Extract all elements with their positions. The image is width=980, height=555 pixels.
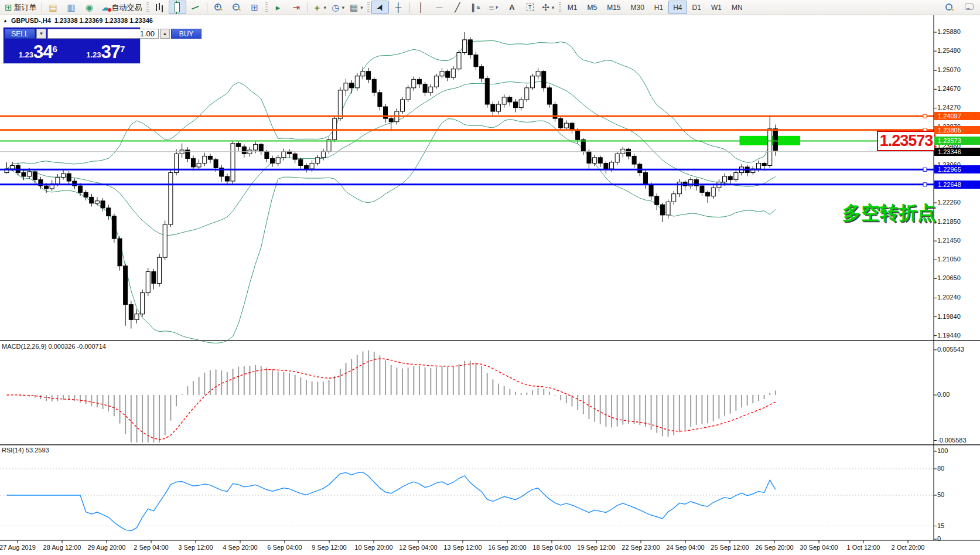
buy-price[interactable]: 1.23 37 7 bbox=[73, 40, 139, 62]
buy-button[interactable]: BUY bbox=[171, 29, 202, 39]
chart-overlays: ▲ GBPUSD-,H4 1.23338 1.23369 1.23338 1.2… bbox=[0, 15, 980, 555]
price-annotation-box[interactable]: 1.23573 bbox=[877, 131, 935, 151]
toolbar: ⊞ 新订单 ▤ ▥ ◉ ☁ 自动交易 + − ⊞ ▸ ⇥ ＋▾ ◷▾ ▦▾ ➤ … bbox=[0, 0, 980, 15]
cursor-button[interactable]: ➤ bbox=[371, 1, 389, 14]
auto-scroll-button[interactable]: ▸ bbox=[269, 1, 287, 14]
price-axis-label: 1.21450 bbox=[937, 237, 961, 244]
navigator-icon: ▥ bbox=[67, 3, 75, 12]
timeframe-h4[interactable]: H4 bbox=[668, 1, 687, 14]
chart-profiles-button[interactable]: ▤ bbox=[45, 1, 62, 14]
sell-price-prefix: 1.23 bbox=[19, 50, 33, 59]
timeframe-mn[interactable]: MN bbox=[727, 1, 747, 14]
price-axis-label: 1.25070 bbox=[937, 66, 961, 73]
tile-windows-button[interactable]: ⊞ bbox=[246, 1, 264, 14]
macd-axis-label: -0.005583 bbox=[937, 437, 967, 444]
search-button[interactable] bbox=[940, 1, 958, 14]
autotrading-label: 自动交易 bbox=[112, 2, 142, 13]
new-order-icon: ⊞ bbox=[5, 3, 12, 12]
time-axis-label: 10 Sep 20:00 bbox=[354, 544, 392, 551]
price-tag-1.22648[interactable]: 1.22648 bbox=[934, 181, 980, 189]
price-axis-label: 1.21850 bbox=[937, 218, 961, 225]
macd-axis-label: 0.005543 bbox=[937, 346, 964, 353]
text-label-button[interactable]: T bbox=[521, 1, 539, 14]
timeframe-d1[interactable]: D1 bbox=[688, 1, 706, 14]
sell-button[interactable]: SELL bbox=[5, 29, 35, 39]
buy-price-pip: 7 bbox=[120, 44, 125, 54]
equidistant-channel-button[interactable]: ∥E bbox=[467, 1, 484, 14]
chart-area[interactable]: ▲ GBPUSD-,H4 1.23338 1.23369 1.23338 1.2… bbox=[0, 15, 980, 555]
signals-icon: ◉ bbox=[86, 3, 93, 12]
timeframe-h1[interactable]: H1 bbox=[650, 1, 668, 14]
zoom-out-button[interactable]: − bbox=[228, 1, 245, 14]
vertical-line-button[interactable]: │ bbox=[412, 1, 430, 14]
navigator-button[interactable]: ▥ bbox=[63, 1, 80, 14]
fibo-f-label: F bbox=[496, 5, 498, 10]
bar-chart-button[interactable] bbox=[151, 1, 168, 14]
chat-button[interactable] bbox=[960, 1, 978, 14]
channel-e-label: E bbox=[477, 5, 480, 10]
price-tag-1.24097[interactable]: 1.24097 bbox=[934, 112, 980, 120]
timeframe-m30[interactable]: M30 bbox=[626, 1, 649, 14]
autotrading-icon: ☁ bbox=[101, 3, 110, 12]
cursor-icon: ➤ bbox=[374, 2, 385, 13]
text-button[interactable]: A bbox=[503, 1, 521, 14]
volume-decrease-button[interactable]: ▼ bbox=[36, 29, 46, 39]
autotrading-button[interactable]: ☁ 自动交易 bbox=[99, 1, 145, 14]
indicators-button[interactable]: ＋▾ bbox=[310, 1, 329, 14]
rsi-label: RSI(14) 53.2593 bbox=[2, 447, 49, 454]
price-axis-label: 1.19840 bbox=[937, 313, 961, 320]
fibonacci-button[interactable]: ≡F bbox=[485, 1, 503, 14]
chart-shift-icon: ⇥ bbox=[292, 3, 300, 12]
toolbar-grip bbox=[265, 2, 268, 13]
timeframe-bar: M1M5M15M30H1H4D1W1MN bbox=[563, 1, 747, 14]
templates-button[interactable]: ▦▾ bbox=[347, 1, 366, 14]
time-axis-label: 18 Sep 04:00 bbox=[532, 544, 571, 551]
timeframe-w1[interactable]: W1 bbox=[706, 1, 726, 14]
timeframe-m5[interactable]: M5 bbox=[583, 1, 602, 14]
crosshair-button[interactable]: ┼ bbox=[390, 1, 407, 14]
chart-shift-button[interactable]: ⇥ bbox=[288, 1, 305, 14]
zoom-in-icon: + bbox=[214, 4, 222, 11]
auto-scroll-icon: ▸ bbox=[276, 3, 281, 12]
volume-increase-button[interactable]: ▲ bbox=[160, 29, 170, 39]
chart-profiles-icon: ▤ bbox=[49, 3, 57, 12]
horizontal-line-button[interactable]: ─ bbox=[431, 1, 448, 14]
price-tag-1.23805[interactable]: 1.23805 bbox=[934, 126, 980, 134]
turning-point-annotation[interactable]: 多空转折点 bbox=[842, 200, 936, 226]
trendline-button[interactable]: ╱ bbox=[449, 1, 466, 14]
sell-price-big: 34 bbox=[33, 43, 52, 61]
time-axis-label: 27 Aug 2019 bbox=[0, 544, 36, 551]
price-axis-label: 1.21050 bbox=[937, 256, 961, 263]
separator bbox=[409, 2, 410, 13]
collapse-icon[interactable]: ▲ bbox=[3, 18, 8, 23]
candlestick-chart-button[interactable] bbox=[169, 1, 186, 14]
separator bbox=[42, 2, 42, 13]
periods-button[interactable]: ◷▾ bbox=[329, 1, 347, 14]
signals-button[interactable]: ◉ bbox=[81, 1, 98, 14]
price-tag-1.23573[interactable]: 1.23573 bbox=[934, 137, 980, 145]
one-click-trading-panel: SELL ▼ ▲ BUY 1.23 34 6 1.23 37 7 bbox=[4, 28, 140, 63]
arrows-button[interactable]: ✣▾ bbox=[539, 1, 557, 14]
zoom-in-button[interactable]: + bbox=[210, 1, 227, 14]
sell-price[interactable]: 1.23 34 6 bbox=[5, 40, 71, 62]
price-tag-1.22965[interactable]: 1.22965 bbox=[934, 165, 980, 173]
price-axis-label: 1.22260 bbox=[937, 199, 961, 206]
volume-input[interactable] bbox=[47, 29, 159, 39]
timeframe-m1[interactable]: M1 bbox=[563, 1, 582, 14]
price-tag-1.23346[interactable]: 1.23346 bbox=[934, 148, 980, 156]
rsi-axis-label: 0 bbox=[937, 535, 941, 542]
indicators-icon: ＋ bbox=[313, 3, 322, 12]
arrows-icon: ✣ bbox=[542, 3, 549, 12]
macd-label: MACD(12,26,9) 0.000326 -0.000714 bbox=[2, 343, 106, 350]
sell-price-pip: 6 bbox=[52, 44, 57, 54]
line-chart-button[interactable] bbox=[187, 1, 204, 14]
new-order-button[interactable]: ⊞ 新订单 bbox=[2, 1, 39, 14]
price-axis-label: 1.24270 bbox=[937, 104, 961, 111]
equidistant-channel-icon: ∥ bbox=[471, 3, 476, 12]
price-axis-label: 1.25880 bbox=[937, 28, 961, 35]
price-axis-label: 1.20240 bbox=[937, 294, 961, 301]
timeframe-m15[interactable]: M15 bbox=[602, 1, 625, 14]
buy-price-big: 37 bbox=[101, 43, 119, 61]
time-axis-label: 22 Sep 23:00 bbox=[622, 544, 660, 551]
time-axis-label: 30 Sep 04:00 bbox=[800, 544, 838, 551]
